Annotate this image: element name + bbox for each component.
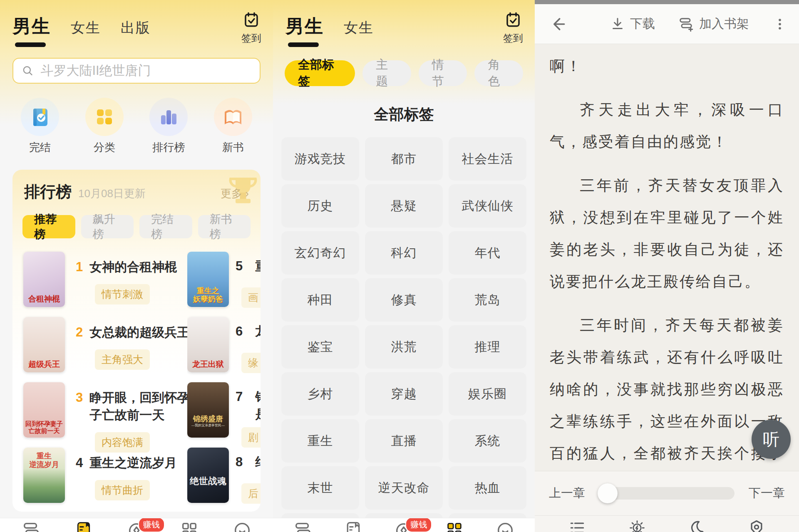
chapter-progress-slider[interactable] (599, 487, 734, 500)
ranking-tab-recommend[interactable]: 推荐榜 (22, 215, 75, 238)
reader-screen: 下载 加入书架 啊！ 齐天走出大牢，深吸一口气，感受着自由的感觉！ 三年前，齐天… (535, 0, 799, 532)
tag-item[interactable]: 娱乐圈 (449, 372, 526, 416)
tab-publish[interactable]: 出版 (121, 18, 151, 37)
tag-item[interactable]: 社会生活 (449, 137, 526, 181)
rank-number: 2 (76, 324, 83, 341)
tag-item[interactable]: 鉴宝 (281, 325, 359, 369)
download-icon (610, 17, 625, 32)
tab-girl[interactable]: 女生 (71, 18, 101, 37)
download-button[interactable]: 下载 (610, 15, 655, 32)
book-row-5[interactable]: 重生之 妖孽奶爸 5重 画 (187, 252, 261, 317)
book-cover-5[interactable]: 重生之 妖孽奶爸 (187, 252, 229, 307)
nav-category-active[interactable] (442, 520, 467, 532)
tags-screen: 男生 女生 签到 全部标签 主题 情节 角色 全部标签 游戏竞技 都市 社会生活… (273, 0, 535, 532)
ranking-tab-rising[interactable]: 飙升榜 (81, 215, 134, 238)
tag-item[interactable]: 都市 (365, 137, 443, 181)
tag-item[interactable]: 修真 (365, 278, 443, 322)
nav-profile[interactable] (493, 520, 518, 532)
ranking-tab-new[interactable]: 新书榜 (198, 215, 251, 238)
back-arrow-icon[interactable] (549, 15, 567, 33)
tags-top-tabs: 男生 女生 签到 (273, 0, 535, 39)
chip-plot[interactable]: 情节 (419, 60, 467, 86)
tag-item[interactable]: 重生 (281, 419, 359, 463)
search-bar[interactable] (12, 58, 261, 84)
next-chapter-button[interactable]: 下一章 (749, 485, 785, 502)
checkin-button[interactable]: 签到 (503, 11, 523, 45)
book-tag-badge: 缘 (241, 353, 261, 373)
rank-number: 7 (236, 388, 243, 423)
book-row-7[interactable]: 锦绣盛唐—我的父亲是李世民— 7锦 是 剧 (187, 382, 261, 448)
nav-bookstore[interactable] (341, 520, 366, 532)
tag-item[interactable]: 悬疑 (365, 184, 443, 228)
tag-item[interactable]: 逆天改命 (365, 466, 443, 510)
book-row-6[interactable]: 龙王出狱 6龙 缘 (187, 317, 261, 382)
tag-item[interactable]: 游戏竞技 (281, 137, 359, 181)
checkin-label: 签到 (241, 32, 261, 45)
tab-girl[interactable]: 女生 (344, 18, 374, 37)
prev-chapter-button[interactable]: 上一章 (549, 485, 585, 502)
tag-item[interactable]: 末世 (281, 466, 359, 510)
tag-item[interactable]: 武侠仙侠 (449, 184, 526, 228)
nav-welfare[interactable]: 赚钱 (124, 520, 149, 532)
chip-role[interactable]: 角色 (474, 60, 523, 86)
book-tag-badge: 主角强大 (95, 349, 150, 370)
checkin-button[interactable]: 签到 (241, 11, 261, 45)
tag-item[interactable]: 历史 (281, 184, 359, 228)
book-cover-4[interactable]: 重生 逆流岁月 (23, 448, 65, 503)
tag-item[interactable]: 荒岛 (449, 278, 526, 322)
tag-item[interactable]: 年代 (449, 231, 526, 275)
night-mode-icon[interactable] (687, 519, 706, 532)
nav-bookshelf[interactable] (290, 520, 315, 532)
tag-item[interactable]: 玄幻奇幻 (281, 231, 359, 275)
ranking-more-link[interactable]: 更多 › (221, 186, 249, 201)
tag-item[interactable]: 种田 (281, 278, 359, 322)
book-tag-badge: 情节刺激 (95, 284, 150, 304)
book-cover-8[interactable]: 绝世战魂 (187, 448, 229, 503)
ranking-header: 排行榜 10月08日更新 更多 › (12, 170, 261, 203)
cover-title-text: 重生 逆流岁月 (23, 452, 65, 469)
tag-item[interactable]: 乡村 (281, 372, 359, 416)
listen-button[interactable]: 听 (752, 420, 791, 459)
ranking-tab-finished[interactable]: 完结榜 (139, 215, 192, 238)
book-tag-badge: 画 (241, 287, 261, 308)
tag-item[interactable]: 直播 (365, 419, 443, 463)
book-cover-2[interactable]: 超级兵王 (23, 317, 65, 372)
chip-theme[interactable]: 主题 (362, 60, 411, 86)
book-title-partial: 锦 是 (255, 388, 261, 423)
book-cover-3[interactable]: 回到怀孕妻子 亡故前一天 (23, 382, 65, 438)
book-title: 女总裁的超级兵王 (89, 324, 189, 341)
tag-item[interactable]: 科幻 (365, 231, 443, 275)
nav-bookshelf[interactable] (18, 520, 43, 532)
slider-thumb[interactable] (598, 483, 618, 503)
tag-item[interactable]: 热血 (449, 466, 526, 510)
settings-icon[interactable] (747, 519, 766, 532)
tag-item[interactable]: 推理 (449, 325, 526, 369)
rank-number: 4 (76, 454, 83, 472)
book-cover-1[interactable]: 合租神棍 (23, 252, 65, 307)
tag-item[interactable]: 穿越 (365, 372, 443, 416)
tag-item[interactable]: 系统 (449, 419, 526, 463)
search-input[interactable] (40, 63, 251, 78)
nav-category[interactable] (177, 520, 202, 532)
shortcut-finished-label: 完结 (18, 140, 62, 155)
earn-money-badge: 赚钱 (138, 518, 165, 532)
add-to-shelf-button[interactable]: 加入书架 (677, 15, 749, 32)
tab-boy[interactable]: 男生 (12, 14, 51, 39)
more-menu-icon[interactable] (772, 16, 788, 32)
catalog-icon[interactable] (568, 519, 586, 532)
brightness-icon[interactable] (628, 519, 646, 532)
chip-all-tags[interactable]: 全部标签 (285, 60, 355, 86)
tag-item[interactable]: 洪荒 (365, 325, 443, 369)
book-cover-6[interactable]: 龙王出狱 (187, 317, 229, 372)
book-row-8[interactable]: 绝世战魂 8绝 后 (187, 448, 261, 512)
book-cover-7[interactable]: 锦绣盛唐—我的父亲是李世民— (187, 382, 229, 438)
tab-boy[interactable]: 男生 (285, 14, 324, 39)
cover-title-text: 合租神棍 (23, 294, 65, 304)
nav-profile[interactable] (230, 520, 255, 532)
bookstore-icon (74, 520, 93, 532)
nav-bookstore-active[interactable] (71, 520, 96, 532)
category-grid-icon (445, 520, 464, 532)
nav-welfare[interactable]: 赚钱 (391, 520, 416, 532)
category-grid-icon (180, 520, 199, 532)
book-tag-badge: 后 (241, 483, 261, 504)
